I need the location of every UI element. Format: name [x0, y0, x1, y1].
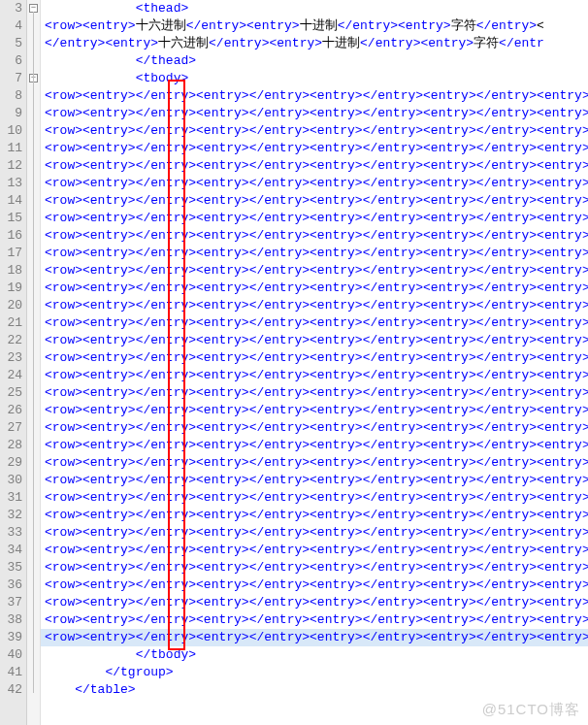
watermark: @51CTO博客	[482, 701, 580, 719]
line-number: 12	[4, 157, 22, 175]
code-line[interactable]: <row><entry></entry><entry></entry><entr…	[41, 262, 588, 280]
code-line[interactable]: <row><entry></entry><entry></entry><entr…	[41, 87, 588, 105]
code-line[interactable]: <row><entry></entry><entry></entry><entr…	[41, 611, 588, 629]
code-line[interactable]: <row><entry></entry><entry></entry><entr…	[41, 367, 588, 384]
code-line[interactable]: <row><entry></entry><entry></entry><entr…	[41, 524, 588, 542]
code-line[interactable]: <row><entry></entry><entry></entry><entr…	[41, 472, 588, 489]
code-line[interactable]: <row><entry></entry><entry></entry><entr…	[41, 594, 588, 611]
line-number: 22	[4, 332, 22, 349]
line-number: 41	[4, 664, 22, 681]
line-number: 21	[4, 314, 22, 332]
line-number: 3	[4, 0, 22, 17]
line-number: 9	[4, 105, 22, 122]
line-number: 16	[4, 227, 22, 245]
code-area[interactable]: <thead><row><entry>十六进制</entry><entry>十进…	[41, 0, 588, 725]
code-line[interactable]: <row><entry></entry><entry></entry><entr…	[41, 314, 588, 332]
code-line[interactable]: <row><entry></entry><entry></entry><entr…	[41, 384, 588, 402]
line-number: 33	[4, 524, 22, 542]
line-number: 23	[4, 349, 22, 367]
code-line[interactable]: </tbody>	[41, 646, 588, 664]
line-number: 39	[4, 629, 22, 646]
line-number: 8	[4, 87, 22, 105]
code-line[interactable]: <row><entry></entry><entry></entry><entr…	[41, 507, 588, 524]
code-editor: 3456789101112131415161718192021222324252…	[0, 0, 588, 725]
line-number: 15	[4, 210, 22, 227]
line-number: 11	[4, 140, 22, 157]
fold-column: −−	[27, 0, 41, 725]
line-number: 5	[4, 35, 22, 52]
code-line[interactable]: <row><entry></entry><entry></entry><entr…	[41, 559, 588, 577]
line-number: 37	[4, 594, 22, 611]
line-number: 4	[4, 17, 22, 35]
line-number: 31	[4, 489, 22, 507]
line-number: 18	[4, 262, 22, 280]
line-number: 34	[4, 542, 22, 559]
line-number: 10	[4, 122, 22, 140]
line-number: 17	[4, 245, 22, 262]
code-line[interactable]: <row><entry></entry><entry></entry><entr…	[41, 245, 588, 262]
code-line[interactable]: <row><entry></entry><entry></entry><entr…	[41, 629, 588, 646]
line-number: 28	[4, 437, 22, 454]
code-line[interactable]: <row><entry></entry><entry></entry><entr…	[41, 122, 588, 140]
line-number: 42	[4, 681, 22, 699]
code-line[interactable]: <row><entry></entry><entry></entry><entr…	[41, 402, 588, 419]
code-line[interactable]: <row><entry></entry><entry></entry><entr…	[41, 419, 588, 437]
code-line[interactable]: <row><entry></entry><entry></entry><entr…	[41, 542, 588, 559]
code-line[interactable]: <row><entry></entry><entry></entry><entr…	[41, 489, 588, 507]
code-line[interactable]: <thead>	[41, 0, 588, 17]
line-number: 30	[4, 472, 22, 489]
line-number: 14	[4, 192, 22, 210]
line-number: 6	[4, 52, 22, 70]
code-line[interactable]: <row><entry></entry><entry></entry><entr…	[41, 437, 588, 454]
code-line[interactable]: <row><entry></entry><entry></entry><entr…	[41, 227, 588, 245]
line-number: 38	[4, 611, 22, 629]
code-line[interactable]: <row><entry></entry><entry></entry><entr…	[41, 210, 588, 227]
code-line[interactable]: <row><entry></entry><entry></entry><entr…	[41, 297, 588, 314]
line-number: 36	[4, 577, 22, 594]
code-line[interactable]: </tgroup>	[41, 664, 588, 681]
code-line[interactable]: <row><entry></entry><entry></entry><entr…	[41, 157, 588, 175]
code-line[interactable]: <row><entry>十六进制</entry><entry>十进制</entr…	[41, 17, 588, 35]
code-line[interactable]: <row><entry></entry><entry></entry><entr…	[41, 280, 588, 297]
line-number: 35	[4, 559, 22, 577]
code-line[interactable]: </entry><entry>十六进制</entry><entry>十进制</e…	[41, 35, 588, 52]
code-line[interactable]: <row><entry></entry><entry></entry><entr…	[41, 140, 588, 157]
code-line[interactable]: </thead>	[41, 52, 588, 70]
code-line[interactable]: <row><entry></entry><entry></entry><entr…	[41, 577, 588, 594]
code-line[interactable]: <row><entry></entry><entry></entry><entr…	[41, 192, 588, 210]
code-line[interactable]: <row><entry></entry><entry></entry><entr…	[41, 175, 588, 192]
code-line[interactable]: </table>	[41, 681, 588, 699]
line-number: 27	[4, 419, 22, 437]
line-number: 40	[4, 646, 22, 664]
line-number: 24	[4, 367, 22, 384]
line-number: 25	[4, 384, 22, 402]
line-number-gutter: 3456789101112131415161718192021222324252…	[0, 0, 27, 725]
code-line[interactable]: <row><entry></entry><entry></entry><entr…	[41, 349, 588, 367]
line-number: 29	[4, 454, 22, 472]
line-number: 32	[4, 507, 22, 524]
line-number: 26	[4, 402, 22, 419]
line-number: 20	[4, 297, 22, 314]
code-line[interactable]: <tbody>	[41, 70, 588, 87]
line-number: 19	[4, 280, 22, 297]
code-line[interactable]: <row><entry></entry><entry></entry><entr…	[41, 332, 588, 349]
line-number: 7	[4, 70, 22, 87]
code-line[interactable]: <row><entry></entry><entry></entry><entr…	[41, 454, 588, 472]
code-line[interactable]: <row><entry></entry><entry></entry><entr…	[41, 105, 588, 122]
line-number: 13	[4, 175, 22, 192]
